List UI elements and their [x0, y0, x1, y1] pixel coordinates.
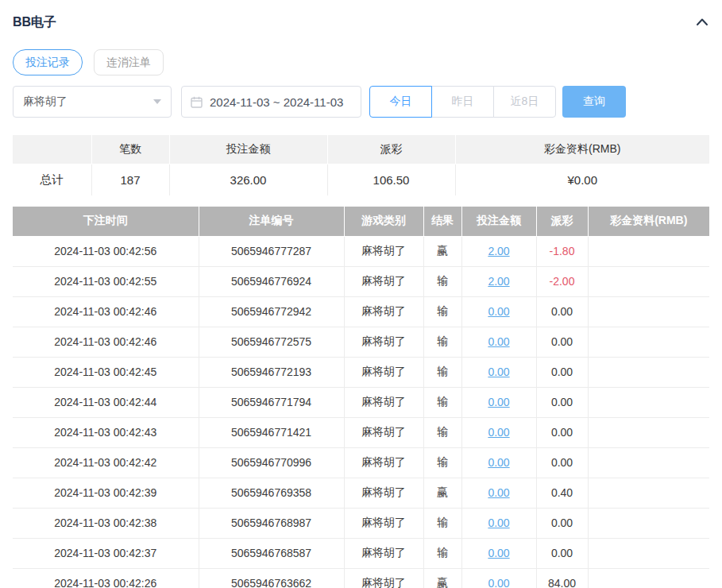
bet-amount-cell: 2.00	[461, 266, 536, 296]
bet-amount-cell: 0.00	[461, 538, 536, 568]
result: 输	[423, 538, 461, 568]
bet-amount-link[interactable]: 0.00	[488, 486, 509, 499]
summary-total-count: 187	[91, 164, 169, 195]
query-button[interactable]: 查询	[562, 86, 626, 118]
summary-header-bet-amount: 投注金额	[169, 135, 327, 164]
result: 输	[423, 296, 461, 327]
bet-amount-link[interactable]: 2.00	[488, 245, 509, 257]
bet-amount-link[interactable]: 0.00	[488, 366, 509, 378]
result: 输	[423, 417, 461, 447]
bet-time: 2024-11-03 00:42:37	[13, 538, 199, 568]
bet-id: 5065946772575	[199, 327, 344, 357]
bet-time: 2024-11-03 00:42:38	[13, 508, 199, 538]
bet-amount-link[interactable]: 0.00	[488, 547, 509, 559]
bet-id: 5065946771794	[199, 387, 344, 417]
tab-bet-records[interactable]: 投注记录	[13, 49, 83, 75]
header-bet-id: 注单编号	[199, 207, 344, 236]
bet-time: 2024-11-03 00:42:46	[13, 327, 199, 357]
date-range-value: 2024-11-03 ~ 2024-11-03	[210, 95, 343, 109]
game-type: 麻将胡了	[344, 357, 423, 387]
result: 输	[423, 327, 461, 357]
game-select[interactable]: 麻将胡了	[13, 86, 172, 118]
bet-amount-link[interactable]: 0.00	[488, 396, 509, 408]
game-type: 麻将胡了	[344, 327, 423, 357]
summary-total-row: 总计 187 326.00 106.50 ¥0.00	[13, 164, 709, 195]
result: 输	[423, 387, 461, 417]
payout-cell: 0.00	[536, 447, 588, 478]
table-row: 2024-11-03 00:42:37 5065946768587 麻将胡了 输…	[13, 538, 709, 568]
summary-table: 笔数 投注金额 派彩 彩金资料(RMB) 总计 187 326.00 106.5…	[13, 135, 709, 195]
bet-time: 2024-11-03 00:42:45	[13, 357, 199, 387]
bet-amount-link[interactable]: 0.00	[488, 305, 509, 318]
bet-amount-link[interactable]: 0.00	[488, 456, 509, 469]
records-table: 下注时间 注单编号 游戏类别 结果 投注金额 派彩 彩金资料(RMB) 2024…	[13, 207, 709, 588]
bet-amount-cell: 0.00	[461, 417, 536, 447]
summary-header-jackpot: 彩金资料(RMB)	[455, 135, 709, 164]
game-type: 麻将胡了	[344, 236, 423, 266]
result: 输	[423, 447, 461, 478]
game-type: 麻将胡了	[344, 387, 423, 417]
bet-amount-cell: 0.00	[461, 568, 536, 588]
jackpot-cell	[588, 447, 709, 478]
game-type: 麻将胡了	[344, 508, 423, 538]
bet-id: 5065946771421	[199, 417, 344, 447]
jackpot-cell	[588, 417, 709, 447]
summary-header-blank	[13, 135, 91, 164]
summary-header-count: 笔数	[91, 135, 169, 164]
game-type: 麻将胡了	[344, 447, 423, 478]
page-title: BB电子	[13, 14, 56, 31]
last-8-days-button[interactable]: 近8日	[493, 86, 556, 118]
bet-amount-link[interactable]: 2.00	[488, 275, 509, 288]
payout-cell: 84.00	[536, 568, 588, 588]
bet-id: 5065946768587	[199, 538, 344, 568]
bet-amount-cell: 0.00	[461, 296, 536, 327]
jackpot-cell	[588, 387, 709, 417]
yesterday-button[interactable]: 昨日	[431, 86, 494, 118]
game-type: 麻将胡了	[344, 478, 423, 508]
panel-header: BB电子	[13, 13, 709, 32]
bet-amount-cell: 0.00	[461, 508, 536, 538]
bet-amount-link[interactable]: 0.00	[488, 516, 509, 529]
chevron-down-icon	[153, 99, 161, 104]
table-row: 2024-11-03 00:42:42 5065946770996 麻将胡了 输…	[13, 447, 709, 478]
game-select-value: 麻将胡了	[23, 95, 68, 109]
table-row: 2024-11-03 00:42:39 5065946769358 麻将胡了 赢…	[13, 478, 709, 508]
payout-cell: -2.00	[536, 266, 588, 296]
bet-time: 2024-11-03 00:42:39	[13, 478, 199, 508]
table-row: 2024-11-03 00:42:46 5065946772575 麻将胡了 输…	[13, 327, 709, 357]
result: 输	[423, 266, 461, 296]
record-tabs: 投注记录 连消注单	[13, 49, 709, 75]
bet-id: 5065946763662	[199, 568, 344, 588]
game-type: 麻将胡了	[344, 266, 423, 296]
game-type: 麻将胡了	[344, 538, 423, 568]
today-button[interactable]: 今日	[369, 86, 432, 118]
bet-amount-cell: 0.00	[461, 357, 536, 387]
bet-time: 2024-11-03 00:42:46	[13, 296, 199, 327]
jackpot-cell	[588, 327, 709, 357]
bet-amount-link[interactable]: 0.00	[488, 426, 509, 439]
bet-id: 5065946772942	[199, 296, 344, 327]
summary-total-payout: 106.50	[327, 164, 455, 195]
bet-time: 2024-11-03 00:42:26	[13, 568, 199, 588]
jackpot-cell	[588, 266, 709, 296]
calendar-icon	[191, 96, 203, 108]
game-type: 麻将胡了	[344, 417, 423, 447]
result: 赢	[423, 236, 461, 266]
bet-id: 5065946776924	[199, 266, 344, 296]
bet-id: 5065946772193	[199, 357, 344, 387]
table-row: 2024-11-03 00:42:46 5065946772942 麻将胡了 输…	[13, 296, 709, 327]
bet-amount-cell: 0.00	[461, 387, 536, 417]
summary-header-row: 笔数 投注金额 派彩 彩金资料(RMB)	[13, 135, 709, 164]
chevron-up-icon[interactable]	[695, 15, 709, 29]
table-row: 2024-11-03 00:42:44 5065946771794 麻将胡了 输…	[13, 387, 709, 417]
header-jackpot: 彩金资料(RMB)	[588, 207, 709, 236]
tab-cascade-bets[interactable]: 连消注单	[94, 49, 164, 75]
bet-amount-cell: 0.00	[461, 478, 536, 508]
table-row: 2024-11-03 00:42:38 5065946768987 麻将胡了 输…	[13, 508, 709, 538]
bet-amount-link[interactable]: 0.00	[488, 335, 509, 348]
payout-cell: 0.40	[536, 478, 588, 508]
summary-total-label: 总计	[13, 164, 91, 195]
date-range-picker[interactable]: 2024-11-03 ~ 2024-11-03	[181, 86, 361, 118]
bet-time: 2024-11-03 00:42:43	[13, 417, 199, 447]
bet-amount-link[interactable]: 0.00	[488, 577, 509, 588]
